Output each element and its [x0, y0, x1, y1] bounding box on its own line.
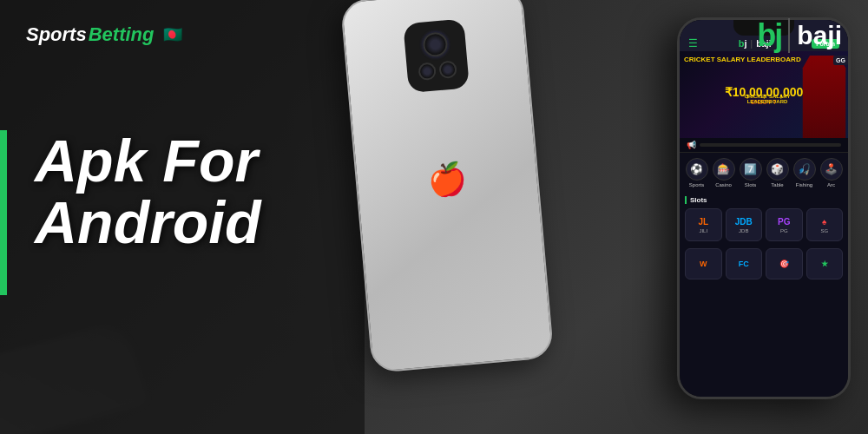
jili-logo: JL — [698, 217, 708, 227]
sg-label: SG — [820, 228, 828, 233]
table-cat-label: Table — [771, 182, 783, 187]
announcement-bar: 📢 — [680, 138, 848, 152]
header: Sports Betting 🇧🇩 bj baji — [0, 0, 868, 69]
phone-screen: ☰ bj | baji Forum CRICKET SALARY LEADERB… — [680, 20, 848, 397]
pg-logo: PG — [778, 217, 790, 227]
logo-divider — [788, 18, 790, 53]
flag-icon: 🇧🇩 — [161, 26, 185, 43]
fishing-cat-icon: 🎣 — [793, 158, 816, 181]
table-cat-icon: 🎲 — [766, 158, 789, 181]
bj-b: b — [757, 17, 774, 53]
slot-pg[interactable]: PG PG — [766, 208, 803, 241]
jdb-logo: JDB — [735, 217, 753, 227]
sports-cat-icon: ⚽ — [686, 158, 708, 181]
banner-label: CRICKET SALARY LEADERBOARD — [732, 94, 804, 104]
betting-text: Betting — [89, 23, 155, 46]
category-casino[interactable]: 🎰 Casino — [713, 158, 735, 187]
category-sports[interactable]: ⚽ Sports — [686, 158, 708, 187]
slots-grid: JL JILI JDB JDB PG PG ♠ SG — [685, 208, 843, 241]
headline: Apk For Android — [17, 130, 261, 254]
jdb-label: JDB — [739, 228, 748, 233]
bottom-section: W FC 🎯 ★ — [680, 245, 848, 283]
slot-jdb[interactable]: JDB JDB — [726, 208, 763, 241]
bottom-item-4[interactable]: ★ — [806, 248, 844, 279]
bottom-item-2[interactable]: FC — [726, 248, 763, 279]
category-table[interactable]: 🎲 Table — [766, 158, 789, 187]
jili-label: JILI — [699, 228, 707, 233]
bj-j: j — [774, 17, 781, 53]
sports-cat-label: Sports — [689, 182, 704, 187]
sports-text: Sports — [26, 23, 87, 46]
slot-sg[interactable]: ♠ SG — [806, 208, 844, 241]
phone-front: ☰ bj | baji Forum CRICKET SALARY LEADERB… — [677, 17, 851, 399]
announce-icon: 📢 — [687, 141, 696, 149]
baji-logo: bj baji — [757, 17, 842, 54]
bottom-logo-2: FC — [739, 260, 749, 268]
slots-cat-icon: 7️⃣ — [740, 158, 762, 181]
category-slots[interactable]: 7️⃣ Slots — [740, 158, 762, 187]
bottom-item-1[interactable]: W — [685, 248, 722, 279]
headline-text: Apk For Android — [35, 130, 261, 254]
pg-label: PG — [780, 228, 788, 233]
bottom-item-3[interactable]: 🎯 — [766, 248, 803, 279]
baji-text: baji — [797, 21, 842, 50]
slots-cat-label: Slots — [745, 182, 756, 187]
bottom-logo-1: W — [700, 260, 707, 268]
slot-jili[interactable]: JL JILI — [685, 208, 722, 241]
announce-scroll — [700, 143, 841, 147]
bottom-grid: W FC 🎯 ★ — [685, 248, 843, 279]
bottom-logo-4: ★ — [821, 260, 828, 268]
category-arcade[interactable]: 🕹️ Arc — [820, 158, 843, 187]
category-fishing[interactable]: 🎣 Fishing — [793, 158, 816, 187]
green-accent-bar — [0, 130, 7, 295]
fishing-cat-label: Fishing — [796, 182, 812, 187]
casino-cat-label: Casino — [715, 182, 732, 187]
arcade-cat-label: Arc — [827, 182, 835, 187]
apple-logo-back: 🍎 — [426, 160, 468, 200]
slots-section: Slots JL JILI JDB JDB PG PG ♠ — [680, 193, 848, 245]
bottom-logo-3: 🎯 — [779, 260, 789, 268]
headline-line1: Apk For — [35, 128, 258, 194]
categories-row: ⚽ Sports 🎰 Casino 7️⃣ Slots 🎲 Table 🎣 — [680, 152, 848, 193]
arcade-cat-icon: 🕹️ — [820, 158, 843, 181]
sportsbetting-logo: Sports Betting 🇧🇩 — [26, 23, 185, 46]
headline-line2: Android — [35, 189, 261, 255]
slots-section-title: Slots — [685, 196, 843, 204]
bj-text: bj — [757, 17, 781, 54]
casino-cat-icon: 🎰 — [713, 158, 735, 181]
sg-logo: ♠ — [822, 217, 826, 227]
